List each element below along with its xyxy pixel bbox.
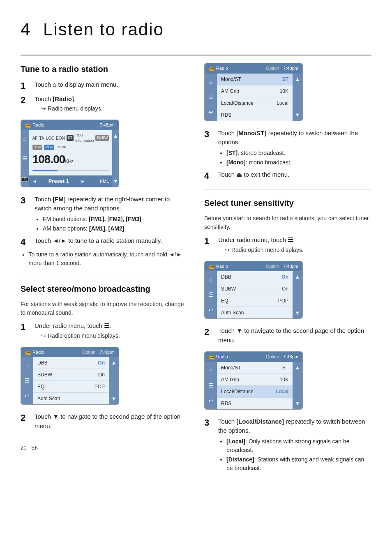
prev-btn[interactable]: ◄ (32, 178, 37, 185)
menu-icon-5[interactable]: ☰ (208, 381, 214, 390)
opt-autoscan: Auto Scan (33, 393, 109, 404)
main-content: Tune to a radio station 1 Touch ⌂ to dis… (21, 63, 371, 476)
stereo-section-title: Select stereo/mono broadcasting (21, 283, 188, 295)
back-icon-2[interactable]: ↩ (208, 108, 213, 117)
tuner2-opt-up[interactable]: ▲ (295, 364, 300, 372)
main-radio-screen: 📻 Radio 7:48pm ⌂ ☰ 📷 AF TA LOC (21, 120, 119, 187)
tuner-step-3: 3 Touch [Local/Distance] repeatedly to s… (204, 417, 371, 473)
option-screen-2-right-tuner: 📻 Radio Option 7:48pm ⌂ ☰ ↩ Mono/ST ST (204, 351, 303, 410)
opt-mono-st-r2: Mono/ST ST (217, 362, 293, 374)
stereo-step-3: 3 Touch [Mono/ST] repeatedly to switch b… (204, 129, 371, 168)
option-screen-2-right-stereo: 📻 Radio Option 7:48pm ⌂ ☰ ↩ Mono/ST ST (204, 63, 303, 121)
chapter-title: 4 Listen to radio (21, 16, 371, 42)
opt-localdist-r2: Local/Distance Local (217, 386, 293, 398)
pop-badge: POP (44, 145, 54, 150)
opt-scroll-up[interactable]: ▲ (111, 359, 117, 367)
home-icon[interactable]: ⌂ (23, 134, 27, 143)
stereo-intro: For stations with weak signals: to impro… (21, 300, 188, 317)
band-label: FM1 (100, 178, 109, 185)
opt-rds-r2: RDS (217, 398, 293, 409)
home-icon-3[interactable]: ⌂ (209, 78, 212, 86)
stereo-step-2: 2 Touch ▼ to navigate to the second page… (21, 412, 188, 431)
right-column: 📻 Radio Option 7:48pm ⌂ ☰ ↩ Mono/ST ST (204, 63, 371, 476)
page-number: 20 EN (21, 444, 188, 452)
tuner-step-2: 2 Touch ▼ to navigate to the second page… (204, 326, 371, 346)
radio-icon-5: 📻 (209, 353, 214, 360)
opt-dbb: DBB On (33, 357, 109, 369)
subw-badge: SUBW (95, 135, 109, 141)
tuner-intro: Before you start to search for radio sta… (204, 214, 371, 231)
opt-eq: EQ POP (33, 381, 109, 393)
back-icon[interactable]: ↩ (25, 392, 30, 400)
radio-icon-4: 📻 (209, 263, 214, 270)
tuner2-opt-down[interactable]: ▼ (295, 399, 300, 408)
home-icon-2[interactable]: ⌂ (25, 361, 29, 370)
tuner-opt-up[interactable]: ▲ (295, 273, 300, 281)
scroll-down-btn[interactable]: ▼ (113, 177, 118, 185)
radio-icon-3: 📻 (209, 65, 214, 72)
tuner-opt-down[interactable]: ▼ (295, 309, 300, 317)
tuner-step-1: 1 Under radio menu, touch ☰. Radio optio… (204, 235, 371, 255)
opt-subw-r: SUBW On (217, 283, 293, 295)
signal-bar (32, 170, 109, 171)
menu-icon-3[interactable]: ☰ (208, 93, 214, 101)
opt-autoscan-r: Auto Scan (217, 307, 293, 318)
stereo-step-4: 4 Touch ⏏ to exit the menu. (204, 170, 371, 182)
opt-subw: SUBW On (33, 369, 109, 381)
opt-eq-r: EQ POP (217, 295, 293, 307)
divider-tuner (204, 189, 371, 189)
section-divider (21, 55, 371, 55)
opt2-scroll-up[interactable]: ▲ (295, 75, 300, 83)
tune-section-title: Tune to a radio station (21, 63, 188, 75)
opt-amgrip-top: AM Grip 10K (217, 85, 293, 97)
opt-localdist-top: Local/Distance Local (217, 97, 293, 109)
tune-step-2: 2 Touch [Radio]. Radio menu displays. (21, 95, 188, 114)
scroll-up-btn[interactable]: ▲ (113, 132, 118, 140)
home-icon-5[interactable]: ⌂ (209, 366, 212, 375)
radio-icon-2: 📻 (25, 349, 31, 356)
back-icon-4[interactable]: ↩ (208, 397, 213, 405)
tune-step-3: 3 Touch [FM] repeatedly at the right-low… (21, 195, 188, 234)
opt-amgrip-r2: AM Grip 10K (217, 374, 293, 386)
tune-step-4: 4 Touch ◄/► to tune to a radio station m… (21, 236, 188, 248)
tuner-section-title: Select tuner sensitivity (204, 197, 371, 209)
menu-icon-4[interactable]: ☰ (208, 291, 214, 299)
home-icon-4[interactable]: ⌂ (209, 275, 212, 284)
radio-icon: 📻 (25, 122, 31, 129)
opt-mono-st-top: Mono/ST ST (217, 74, 293, 85)
option-screen-1-right-tuner: 📻 Radio Option 7:48pm ⌂ ☰ ↩ DBB On (204, 261, 303, 319)
stereo-step-1: 1 Under radio menu, touch ☰. Radio optio… (21, 321, 188, 341)
st-badge: ST (67, 135, 74, 141)
dbb-badge: DBB (32, 145, 43, 150)
option-screen-1-left: 📻 Radio Option 7:48pm ⌂ ☰ ↩ DBB On (21, 347, 119, 405)
opt-rds-top: RDS (217, 109, 293, 121)
opt-scroll-down[interactable]: ▼ (111, 395, 117, 403)
opt-dbb-r: DBB On (217, 271, 293, 283)
tune-step-1: 1 Touch ⌂ to display main menu. (21, 80, 188, 92)
menu-icon[interactable]: ☰ (22, 154, 28, 163)
opt2-scroll-down[interactable]: ▼ (295, 111, 300, 119)
camera-icon[interactable]: 📷 (21, 174, 28, 183)
divider-stereo (21, 275, 188, 275)
back-icon-3[interactable]: ↩ (208, 306, 213, 314)
menu-icon-2[interactable]: ☰ (25, 376, 30, 385)
next-btn[interactable]: ► (81, 178, 85, 185)
left-column: Tune to a radio station 1 Touch ⌂ to dis… (21, 63, 188, 476)
